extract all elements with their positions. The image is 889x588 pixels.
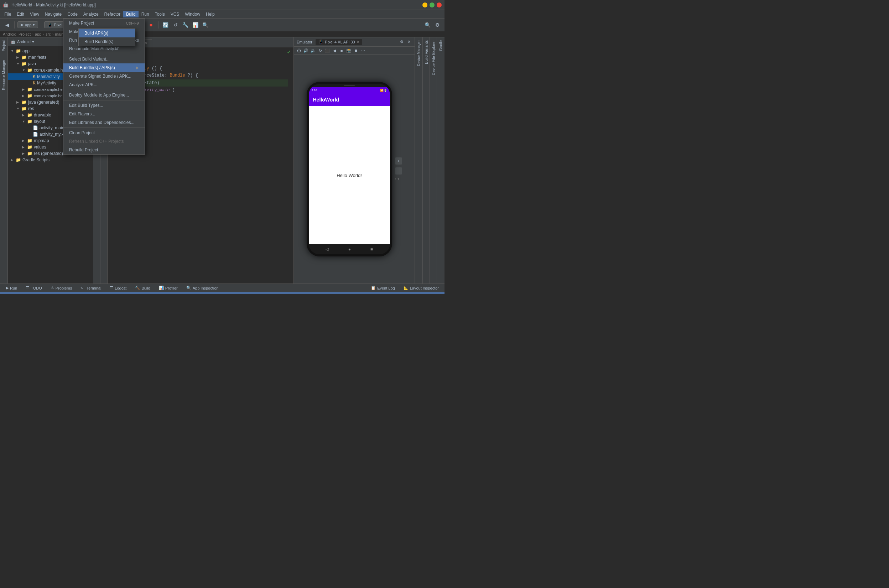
- sync-btn[interactable]: 🔄: [161, 21, 170, 29]
- menu-help[interactable]: Help: [203, 11, 217, 18]
- menu-deploy-module[interactable]: Deploy Module to App Engine...: [63, 91, 145, 99]
- toolbar-back-btn[interactable]: ◀: [3, 21, 11, 29]
- package-icon: 📁: [27, 68, 32, 73]
- emulator-device-tab[interactable]: 📱 Pixel 4 XL API 30 ✕: [316, 39, 362, 45]
- menu-file[interactable]: File: [1, 11, 14, 18]
- layout-icon: 📁: [27, 119, 32, 124]
- emu-more-btn[interactable]: ⋯: [360, 48, 366, 53]
- bottom-tab-run[interactable]: ▶ Run: [3, 285, 20, 291]
- kt-file-icon: K: [33, 74, 36, 79]
- sidebar-resource-manager-label[interactable]: Resource Manager: [1, 57, 6, 93]
- tab-close-btn[interactable]: ✕: [357, 40, 359, 44]
- menu-clean-project[interactable]: Clean Project: [63, 129, 145, 137]
- breadcrumb-main[interactable]: main: [55, 32, 63, 36]
- bottom-tab-terminal[interactable]: >_ Terminal: [78, 285, 104, 291]
- profiler-btn[interactable]: 📊: [191, 21, 200, 29]
- phone-home-btn[interactable]: ●: [348, 247, 351, 252]
- emu-power-btn[interactable]: ⏻: [296, 48, 302, 53]
- bottom-tab-logcat[interactable]: ☰ Logcat: [107, 285, 129, 291]
- menu-edit-flavors[interactable]: Edit Flavors...: [63, 110, 145, 118]
- breadcrumb-src[interactable]: src: [46, 32, 51, 36]
- menu-select-build-variant[interactable]: Select Build Variant...: [63, 55, 145, 63]
- emu-zoom-in-btn[interactable]: +: [395, 158, 402, 165]
- bottom-tab-profiler[interactable]: 📊 Profiler: [156, 285, 181, 291]
- bottom-tab-problems[interactable]: ⚠ Problems: [48, 285, 75, 291]
- app-selector[interactable]: ▶ app ▾: [18, 21, 38, 28]
- device-tab-icon: 📱: [318, 39, 324, 44]
- run-icon: ▶: [6, 286, 9, 290]
- search-btn[interactable]: 🔍: [423, 21, 432, 29]
- device-file-panel: Device File Explorer: [430, 38, 437, 284]
- emu-back-btn[interactable]: ◀: [331, 48, 337, 53]
- menu-vcs[interactable]: VCS: [168, 11, 182, 18]
- phone-back-btn[interactable]: ◁: [325, 247, 329, 252]
- menu-refactor[interactable]: Refactor: [102, 11, 123, 18]
- drawable-icon: 📁: [27, 112, 32, 117]
- close-button[interactable]: [437, 3, 442, 8]
- emu-vol-up-btn[interactable]: 🔊: [303, 48, 309, 53]
- submenu-build-bundle[interactable]: Build Bundle(s): [79, 38, 135, 46]
- bottom-tab-event-log[interactable]: 📋 Event Log: [368, 285, 398, 291]
- bottom-tab-app-inspection[interactable]: 🔍 App Inspection: [183, 285, 222, 291]
- maximize-button[interactable]: [430, 3, 435, 8]
- emu-fold-btn[interactable]: ⬛: [324, 48, 330, 53]
- device-manager-label[interactable]: Device Manager: [416, 38, 421, 69]
- tree-item-gradle-scripts[interactable]: ▶ 📁 Gradle Scripts: [8, 157, 93, 163]
- emulator-toolbar: ⏻ 🔊 🔉 ↻ ⬛ ◀ ■ 📸 ⏺ ⋯: [294, 46, 415, 55]
- menu-make-project[interactable]: Make Project Ctrl+F9: [63, 19, 145, 27]
- todo-icon: ☰: [25, 286, 29, 290]
- menu-navigate[interactable]: Navigate: [42, 11, 64, 18]
- submenu-build-apk[interactable]: Build APK(s): [79, 29, 135, 38]
- stop-btn[interactable]: ■: [147, 21, 155, 29]
- phone-frame: 3:16 📶🔋 HelloWorld Hello World! ◁ ● ■: [307, 82, 392, 256]
- menu-view[interactable]: View: [27, 11, 42, 18]
- phone-hello-text: Hello World!: [337, 173, 362, 178]
- menu-edit-libraries[interactable]: Edit Libraries and Dependencies...: [63, 118, 145, 127]
- kt-file-icon2: K: [33, 81, 36, 86]
- emulator-settings-btn[interactable]: ⚙: [399, 39, 405, 45]
- emu-rotate-btn[interactable]: ↻: [317, 48, 323, 53]
- menu-code[interactable]: Code: [64, 11, 81, 18]
- build-run-btn[interactable]: 🔧: [181, 21, 190, 29]
- device-file-label[interactable]: Device File Explorer: [430, 38, 436, 78]
- build-variants-label[interactable]: Build Variants: [423, 38, 429, 67]
- emu-rec-btn[interactable]: ⏺: [353, 48, 359, 53]
- menu-run[interactable]: Run: [139, 11, 152, 18]
- minimize-button[interactable]: [423, 3, 427, 8]
- bottom-tab-todo[interactable]: ☰ TODO: [23, 285, 45, 291]
- menu-tools[interactable]: Tools: [152, 11, 168, 18]
- emu-home-btn[interactable]: ■: [339, 48, 345, 53]
- sidebar-project-label[interactable]: Project: [1, 38, 6, 54]
- menu-build-bundles[interactable]: Build Bundle(s) / APK(s) ▶: [63, 63, 145, 72]
- bottom-tab-build[interactable]: 🔨 Build: [132, 285, 153, 291]
- title-bar: 🤖 HelloWorld - MainActivity.kt [HelloWor…: [0, 0, 445, 10]
- breadcrumb-project[interactable]: Android_Project: [3, 32, 31, 36]
- phone-status-bar: 3:16 📶🔋: [309, 87, 390, 93]
- emu-vol-down-btn[interactable]: 🔉: [310, 48, 316, 53]
- menu-edit[interactable]: Edit: [14, 11, 27, 18]
- gradle-sync-btn[interactable]: ↺: [171, 21, 180, 29]
- gradle-label[interactable]: Gradle: [438, 38, 444, 54]
- menu-generate-signed[interactable]: Generate Signed Bundle / APK...: [63, 72, 145, 81]
- menu-analyze-apk[interactable]: Analyze APK...: [63, 81, 145, 89]
- inspect-btn[interactable]: 🔍: [201, 21, 210, 29]
- menu-build[interactable]: Build: [123, 11, 139, 18]
- emulator-close-btn[interactable]: ✕: [406, 39, 412, 45]
- emulator-header: Emulator: 📱 Pixel 4 XL API 30 ✕ ⚙ ✕: [294, 38, 415, 46]
- menu-analyze[interactable]: Analyze: [81, 11, 102, 18]
- emulator-actions: ⚙ ✕: [399, 39, 412, 45]
- emu-zoom-out-btn[interactable]: −: [395, 167, 402, 174]
- emu-snap-btn[interactable]: 📸: [346, 48, 352, 53]
- menu-window[interactable]: Window: [182, 11, 203, 18]
- window-controls: [423, 3, 442, 8]
- res-gen-icon: 📁: [27, 151, 32, 156]
- bottom-tab-layout-inspector[interactable]: 📐 Layout Inspector: [401, 285, 442, 291]
- settings-btn[interactable]: ⚙: [433, 21, 442, 29]
- phone-recents-btn[interactable]: ■: [370, 247, 373, 252]
- phone-content: Hello World!: [309, 106, 390, 244]
- terminal-icon: >_: [81, 286, 85, 290]
- menu-edit-build-types[interactable]: Edit Build Types...: [63, 101, 145, 110]
- menu-rebuild-project[interactable]: Rebuild Project: [63, 146, 145, 154]
- breadcrumb-app[interactable]: app: [35, 32, 41, 36]
- tab-close-icon[interactable]: ✕: [145, 41, 147, 45]
